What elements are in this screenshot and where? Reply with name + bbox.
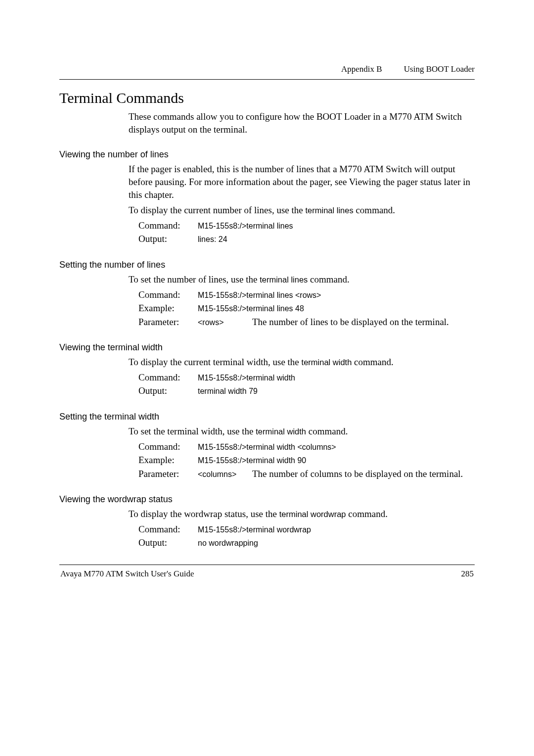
setting-width-set-pre: To set the terminal width, use the — [129, 426, 256, 436]
subheading-setting-width: Setting the terminal width — [59, 412, 475, 422]
example-value: M15-155s8:/>terminal width 90 — [198, 453, 306, 467]
setting-lines-set-line: To set the number of lines, use the term… — [129, 273, 475, 286]
setting-width-example-row: Example: M15-155s8:/>terminal width 90 — [138, 453, 475, 467]
intro-text: These commands allow you to configure ho… — [129, 110, 475, 136]
command-label: Command: — [138, 288, 198, 302]
subheading-setting-lines: Setting the number of lines — [59, 260, 475, 270]
setting-width-set-post: command. — [306, 426, 348, 436]
setting-width-param-row: Parameter: <columns> The number of colum… — [138, 467, 475, 481]
viewing-lines-display-post: command. — [354, 205, 395, 215]
example-value: M15-155s8:/>terminal lines 48 — [198, 301, 304, 315]
param-label: Parameter: — [138, 467, 198, 481]
output-label: Output: — [138, 232, 198, 246]
page-header: Appendix B Using BOOT Loader — [59, 64, 475, 74]
command-value: M15-155s8:/>terminal width <columns> — [198, 440, 336, 454]
viewing-width-display-line: To display the current terminal width, u… — [129, 356, 475, 369]
output-value: no wordwrapping — [198, 536, 258, 550]
setting-width-set-line: To set the terminal width, use the termi… — [129, 425, 475, 438]
param-label: Parameter: — [138, 315, 198, 329]
setting-lines-set-cmd: terminal lines — [260, 275, 308, 284]
command-value: M15-155s8:/>terminal lines — [198, 219, 293, 233]
viewing-width-command-row: Command: M15-155s8:/>terminal width — [138, 371, 475, 384]
command-label: Command: — [138, 371, 198, 384]
viewing-wordwrap-display-post: command. — [346, 509, 388, 519]
setting-lines-example-row: Example: M15-155s8:/>terminal lines 48 — [138, 301, 475, 315]
setting-width-set-cmd: terminal width — [256, 427, 306, 436]
param-token: <columns> — [198, 467, 252, 481]
subheading-viewing-width: Viewing the terminal width — [59, 342, 475, 353]
section-title: Terminal Commands — [59, 90, 475, 106]
output-value: lines: 24 — [198, 232, 227, 246]
page-footer: Avaya M770 ATM Switch User's Guide 285 — [59, 569, 475, 579]
param-desc: The number of lines to be displayed on t… — [252, 315, 449, 329]
setting-lines-set-post: command. — [308, 274, 349, 284]
viewing-lines-display-pre: To display the current number of lines, … — [129, 205, 305, 215]
setting-width-command-row: Command: M15-155s8:/>terminal width <col… — [138, 440, 475, 454]
setting-lines-set-pre: To set the number of lines, use the — [129, 274, 260, 284]
viewing-lines-para: If the pager is enabled, this is the num… — [129, 163, 475, 201]
setting-lines-param-row: Parameter: <rows> The number of lines to… — [138, 315, 475, 329]
viewing-wordwrap-display-line: To display the wordwrap status, use the … — [129, 508, 475, 520]
header-rule — [59, 79, 475, 80]
setting-lines-command-row: Command: M15-155s8:/>terminal lines <row… — [138, 288, 475, 302]
footer-page-number: 285 — [461, 569, 474, 579]
param-token: <rows> — [198, 315, 252, 329]
viewing-wordwrap-display-cmd: terminal wordwrap — [279, 510, 346, 519]
command-label: Command: — [138, 219, 198, 233]
viewing-width-display-cmd: terminal width — [302, 358, 352, 367]
param-desc: The number of columns to be displayed on… — [252, 467, 463, 481]
output-value: terminal width 79 — [198, 384, 258, 398]
command-label: Command: — [138, 522, 198, 536]
footer-rule — [59, 565, 475, 565]
command-value: M15-155s8:/>terminal width — [198, 371, 295, 384]
header-title: Using BOOT Loader — [404, 64, 475, 74]
subheading-viewing-lines: Viewing the number of lines — [59, 149, 475, 160]
output-label: Output: — [138, 384, 198, 398]
viewing-wordwrap-command-row: Command: M15-155s8:/>terminal wordwrap — [138, 522, 475, 536]
command-value: M15-155s8:/>terminal lines <rows> — [198, 288, 321, 302]
output-label: Output: — [138, 536, 198, 550]
viewing-lines-command-row: Command: M15-155s8:/>terminal lines — [138, 219, 475, 233]
viewing-lines-output-row: Output: lines: 24 — [138, 232, 475, 246]
footer-left: Avaya M770 ATM Switch User's Guide — [60, 569, 194, 579]
viewing-width-output-row: Output: terminal width 79 — [138, 384, 475, 398]
viewing-lines-display-line: To display the current number of lines, … — [129, 204, 475, 217]
command-label: Command: — [138, 440, 198, 454]
viewing-width-display-pre: To display the current terminal width, u… — [129, 357, 302, 367]
viewing-wordwrap-output-row: Output: no wordwrapping — [138, 536, 475, 550]
viewing-wordwrap-display-pre: To display the wordwrap status, use the — [129, 509, 279, 519]
example-label: Example: — [138, 453, 198, 467]
subheading-viewing-wordwrap: Viewing the wordwrap status — [59, 494, 475, 505]
example-label: Example: — [138, 301, 198, 315]
command-value: M15-155s8:/>terminal wordwrap — [198, 522, 311, 536]
viewing-lines-display-cmd: terminal lines — [305, 206, 353, 215]
header-appendix: Appendix B — [341, 64, 382, 74]
viewing-width-display-post: command. — [352, 357, 393, 367]
